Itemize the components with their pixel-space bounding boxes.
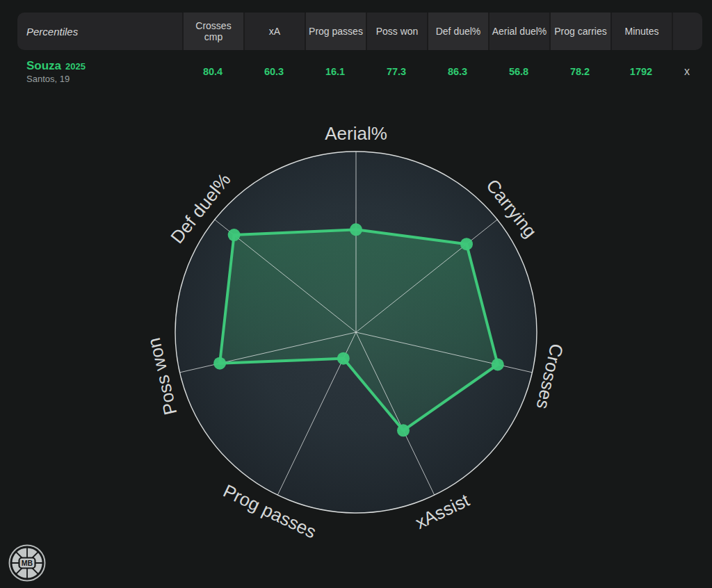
column-header: Def duel%	[427, 13, 488, 50]
table-header: Percentiles Crosses cmpxAProg passesPoss…	[17, 13, 702, 50]
stat-value: 78.2	[549, 66, 610, 77]
radar-axis-label: Crosses	[533, 342, 568, 411]
brand-logo: MB	[8, 544, 47, 582]
header-spacer	[672, 13, 702, 50]
stat-value: 60.3	[243, 66, 305, 77]
player-cell[interactable]: Souza 2025 Santos, 19	[17, 59, 182, 84]
column-header: xA	[243, 13, 305, 50]
player-row: Souza 2025 Santos, 19 80.460.316.177.386…	[17, 56, 702, 87]
radar-data-point	[228, 229, 241, 241]
radar-data-point	[213, 357, 226, 370]
radar-data-point	[492, 359, 504, 371]
table-title: Percentiles	[17, 13, 182, 50]
close-cell: x	[672, 63, 702, 80]
table-title-label: Percentiles	[26, 26, 78, 38]
column-header: Aerial duel%	[488, 13, 549, 50]
stat-value: 56.8	[488, 66, 549, 77]
column-header: Crosses cmp	[182, 13, 243, 50]
stat-value: 16.1	[305, 66, 366, 77]
radar-axis-label: Poss won	[143, 336, 181, 417]
radar-data-point	[460, 238, 473, 250]
radar-axis-label: Aerial%	[325, 123, 387, 144]
remove-player-button[interactable]: x	[679, 63, 695, 80]
player-subtitle: Santos, 19	[26, 74, 182, 84]
player-line: Souza 2025	[26, 59, 182, 73]
column-header: Prog passes	[305, 13, 366, 50]
radar-chart: Aerial%CarryingCrossesxAssistProg passes…	[0, 110, 712, 560]
column-header: Prog carries	[549, 13, 610, 50]
stat-value: 77.3	[366, 66, 427, 77]
stat-value: 86.3	[427, 66, 488, 77]
stat-value: 1792	[610, 66, 672, 77]
player-name: Souza	[26, 59, 61, 73]
radar-data-point	[337, 352, 350, 365]
radar-data-point	[350, 223, 362, 236]
app-window: Percentiles Crosses cmpxAProg passesPoss…	[0, 0, 712, 588]
player-season: 2025	[65, 61, 86, 72]
column-header: Poss won	[366, 13, 427, 50]
logo-text: MB	[22, 559, 33, 567]
radar-data-point	[397, 424, 410, 436]
stat-value: 80.4	[182, 66, 243, 77]
column-header: Minutes	[610, 13, 672, 50]
